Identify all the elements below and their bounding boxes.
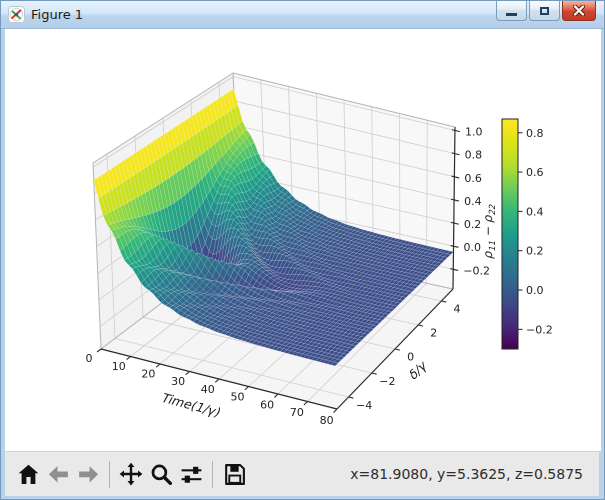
figure-canvas-area <box>5 29 599 451</box>
titlebar[interactable]: Figure 1 <box>1 1 604 29</box>
back-button[interactable] <box>43 458 73 490</box>
figure-window: Figure 1 <box>0 0 605 500</box>
home-button[interactable] <box>13 458 43 490</box>
toolbar-separator <box>109 461 110 488</box>
forward-arrow-icon <box>76 462 101 487</box>
pan-button[interactable] <box>116 458 146 490</box>
zoom-to-rect-icon <box>149 462 174 487</box>
matplotlib-app-icon <box>8 6 25 23</box>
minimize-icon <box>506 13 517 16</box>
save-button[interactable] <box>219 458 249 490</box>
zoom-button[interactable] <box>146 458 176 490</box>
close-button[interactable] <box>562 1 596 21</box>
save-icon <box>222 462 247 487</box>
pan-icon <box>118 461 144 487</box>
window-bottom-border <box>1 496 604 499</box>
navigation-toolbar: x=81.9080, y=5.3625, z=0.5875 <box>5 451 599 496</box>
configure-subplots-button[interactable] <box>176 458 206 490</box>
window-title: Figure 1 <box>31 7 83 22</box>
toolbar-separator <box>212 461 213 488</box>
close-icon <box>573 5 585 16</box>
cursor-position-status: x=81.9080, y=5.3625, z=0.5875 <box>350 466 583 482</box>
minimize-button[interactable] <box>496 1 527 21</box>
configure-subplots-icon <box>179 462 204 487</box>
plot-canvas[interactable] <box>5 29 601 451</box>
maximize-icon <box>540 7 549 15</box>
forward-button[interactable] <box>73 458 103 490</box>
home-icon <box>16 462 41 487</box>
back-arrow-icon <box>46 462 71 487</box>
maximize-button[interactable] <box>529 1 560 21</box>
